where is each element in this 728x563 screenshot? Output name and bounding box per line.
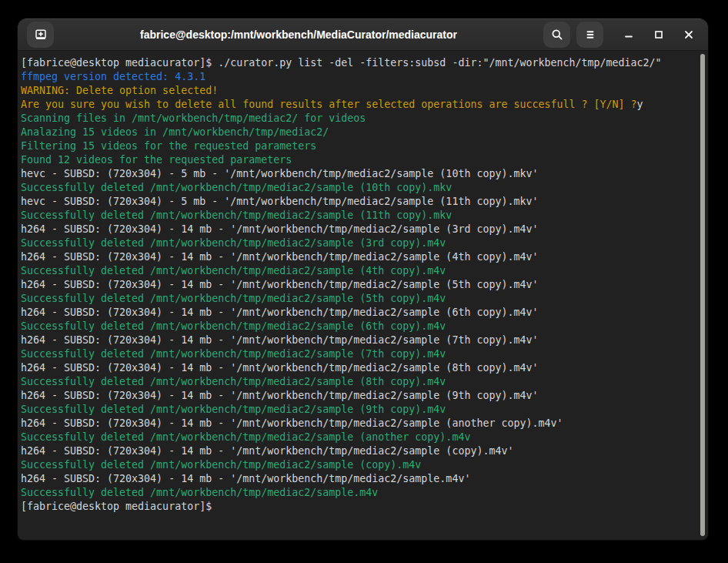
minimize-button[interactable] [619,25,639,45]
terminal-line: hevc - SUBSD: (720x304) - 5 mb - '/mnt/w… [21,167,694,181]
scrollbar[interactable] [700,54,705,536]
maximize-button[interactable] [649,25,669,45]
terminal-line: WARNING: Delete option selected! [21,84,694,98]
terminal-line: h264 - SUBSD: (720x304) - 14 mb - '/mnt/… [21,361,694,375]
terminal-line: Successfully deleted /mnt/workbench/tmp/… [21,458,694,472]
terminal-line: Successfully deleted /mnt/workbench/tmp/… [21,236,694,250]
terminal-line: Successfully deleted /mnt/workbench/tmp/… [21,181,694,195]
terminal-line: h264 - SUBSD: (720x304) - 14 mb - '/mnt/… [21,472,694,486]
terminal-line: h264 - SUBSD: (720x304) - 14 mb - '/mnt/… [21,417,694,431]
terminal-line: Found 12 videos for the requested parame… [21,153,694,167]
terminal-line: h264 - SUBSD: (720x304) - 14 mb - '/mnt/… [21,278,694,292]
search-icon [550,28,564,42]
terminal-line: Are you sure you wish to delete all foun… [21,98,694,112]
terminal-line: h264 - SUBSD: (720x304) - 14 mb - '/mnt/… [21,333,694,347]
terminal-line: Filtering 15 videos for the requested pa… [21,139,694,153]
terminal-line: Successfully deleted /mnt/workbench/tmp/… [21,375,694,389]
terminal-line: h264 - SUBSD: (720x304) - 14 mb - '/mnt/… [21,306,694,320]
search-button[interactable] [543,22,570,48]
terminal-line: h264 - SUBSD: (720x304) - 14 mb - '/mnt/… [21,250,694,264]
titlebar[interactable]: fabrice@desktop:/mnt/workbench/MediaCura… [18,18,708,51]
close-icon [680,25,698,44]
terminal-line: hevc - SUBSD: (720x304) - 5 mb - '/mnt/w… [21,195,694,209]
terminal-line: Successfully deleted /mnt/workbench/tmp/… [21,209,694,223]
terminal-line: h264 - SUBSD: (720x304) - 14 mb - '/mnt/… [21,223,694,236]
terminal-line: Analazing 15 videos in /mnt/workbench/tm… [21,126,694,139]
terminal-line: Successfully deleted /mnt/workbench/tmp/… [21,403,694,417]
hamburger-menu-icon [583,28,597,42]
terminal-line: [fabrice@desktop mediacurator]$ ./curato… [21,56,694,70]
titlebar-actions [543,22,699,48]
terminal-line: Successfully deleted /mnt/workbench/tmp/… [21,264,694,278]
terminal-line: h264 - SUBSD: (720x304) - 14 mb - '/mnt/… [21,389,694,403]
terminal-screen[interactable]: [fabrice@desktop mediacurator]$ ./curato… [18,51,708,541]
new-tab-button[interactable] [27,22,54,48]
terminal-line: Successfully deleted /mnt/workbench/tmp/… [21,292,694,306]
terminal-line: ffmpeg version detected: 4.3.1 [21,70,694,84]
terminal-line: Successfully deleted /mnt/workbench/tmp/… [21,320,694,333]
terminal-lines: [fabrice@desktop mediacurator]$ ./curato… [21,56,694,514]
terminal-line: Successfully deleted /mnt/workbench/tmp/… [21,347,694,361]
maximize-icon [650,25,668,44]
terminal-window: fabrice@desktop:/mnt/workbench/MediaCura… [17,18,709,541]
menu-button[interactable] [576,22,603,48]
window-controls [619,25,699,45]
terminal-line: Scanning files in /mnt/workbench/tmp/med… [21,112,694,126]
close-button[interactable] [679,25,699,45]
scrollbar-thumb[interactable] [700,54,705,536]
window-title: fabrice@desktop:/mnt/workbench/MediaCura… [54,28,543,41]
terminal-line: Successfully deleted /mnt/workbench/tmp/… [21,431,694,444]
minimize-icon [619,25,638,44]
terminal-line: Successfully deleted /mnt/workbench/tmp/… [21,486,694,500]
terminal-line: [fabrice@desktop mediacurator]$ [21,500,694,514]
terminal-line: h264 - SUBSD: (720x304) - 14 mb - '/mnt/… [21,444,694,458]
tab-new-icon [34,28,48,42]
